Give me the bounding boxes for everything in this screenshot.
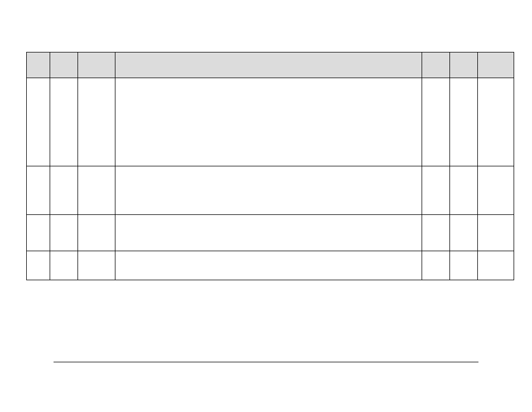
cell xyxy=(422,251,450,280)
table-row xyxy=(27,215,514,251)
cell xyxy=(50,166,78,215)
cell xyxy=(115,78,422,166)
cell xyxy=(50,215,78,251)
cell xyxy=(450,78,478,166)
page xyxy=(0,0,532,412)
cell xyxy=(478,78,514,166)
table-header-row xyxy=(27,52,514,78)
cell xyxy=(115,251,422,280)
cell xyxy=(422,78,450,166)
cell xyxy=(78,78,115,166)
col-header xyxy=(478,52,514,78)
col-header xyxy=(50,52,78,78)
col-header xyxy=(78,52,115,78)
cell xyxy=(78,215,115,251)
cell xyxy=(27,78,50,166)
table-row xyxy=(27,78,514,166)
table-row xyxy=(27,251,514,280)
cell xyxy=(422,215,450,251)
cell xyxy=(450,215,478,251)
horizontal-rule xyxy=(54,362,478,362)
table-row xyxy=(27,166,514,215)
cell xyxy=(27,166,50,215)
cell xyxy=(422,166,450,215)
col-header xyxy=(27,52,50,78)
col-header xyxy=(450,52,478,78)
cell xyxy=(50,251,78,280)
data-table xyxy=(26,52,514,280)
col-header xyxy=(115,52,422,78)
cell xyxy=(27,251,50,280)
cell xyxy=(115,166,422,215)
cell xyxy=(478,251,514,280)
cell xyxy=(478,215,514,251)
cell xyxy=(78,166,115,215)
cell xyxy=(50,78,78,166)
cell xyxy=(27,215,50,251)
cell xyxy=(450,251,478,280)
cell xyxy=(115,215,422,251)
cell xyxy=(450,166,478,215)
col-header xyxy=(422,52,450,78)
cell xyxy=(478,166,514,215)
cell xyxy=(78,251,115,280)
